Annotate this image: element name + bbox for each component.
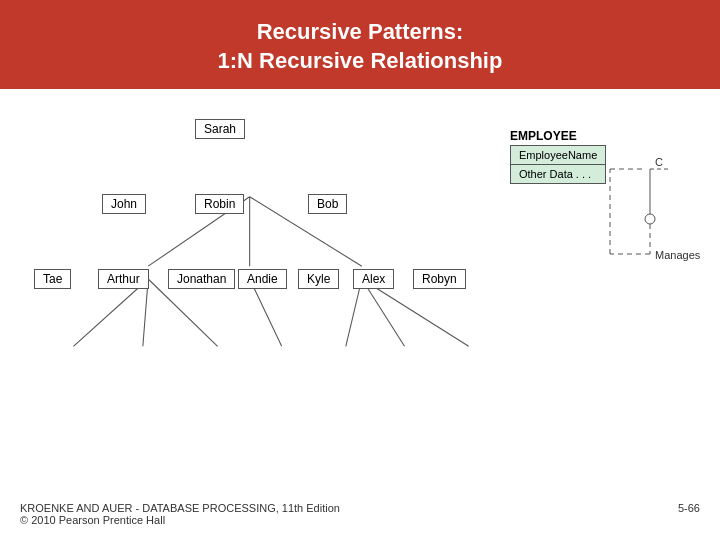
header-line2: 1:N Recursive Relationship	[20, 47, 700, 76]
node-andie: Andie	[238, 269, 287, 289]
entity-svg: C Manages	[500, 99, 700, 279]
svg-point-12	[645, 214, 655, 224]
svg-text:Manages: Manages	[655, 249, 700, 261]
svg-line-3	[73, 279, 148, 346]
entity-area: EMPLOYEE EmployeeName Other Data . . . C…	[500, 99, 700, 459]
footer-left: KROENKE AND AUER - DATABASE PROCESSING, …	[20, 502, 340, 526]
svg-line-5	[148, 279, 217, 346]
node-sarah: Sarah	[195, 119, 245, 139]
svg-text:C: C	[655, 156, 663, 168]
node-robin: Robin	[195, 194, 244, 214]
node-john: John	[102, 194, 146, 214]
svg-line-9	[362, 279, 469, 346]
node-alex: Alex	[353, 269, 394, 289]
svg-line-7	[346, 279, 362, 346]
header-line1: Recursive Patterns:	[20, 18, 700, 47]
node-tae: Tae	[34, 269, 71, 289]
footer: KROENKE AND AUER - DATABASE PROCESSING, …	[20, 502, 700, 526]
svg-line-6	[250, 279, 282, 346]
node-arthur: Arthur	[98, 269, 149, 289]
footer-left-line2: © 2010 Pearson Prentice Hall	[20, 514, 340, 526]
node-robyn: Robyn	[413, 269, 466, 289]
node-kyle: Kyle	[298, 269, 339, 289]
node-bob: Bob	[308, 194, 347, 214]
svg-line-8	[362, 279, 405, 346]
diagram-area: Sarah John Robin Bob Tae Arthur Jonathan…	[20, 99, 490, 459]
svg-line-4	[143, 279, 148, 346]
footer-left-line1: KROENKE AND AUER - DATABASE PROCESSING, …	[20, 502, 340, 514]
header: Recursive Patterns: 1:N Recursive Relati…	[0, 0, 720, 89]
footer-right: 5-66	[678, 502, 700, 526]
node-jonathan: Jonathan	[168, 269, 235, 289]
